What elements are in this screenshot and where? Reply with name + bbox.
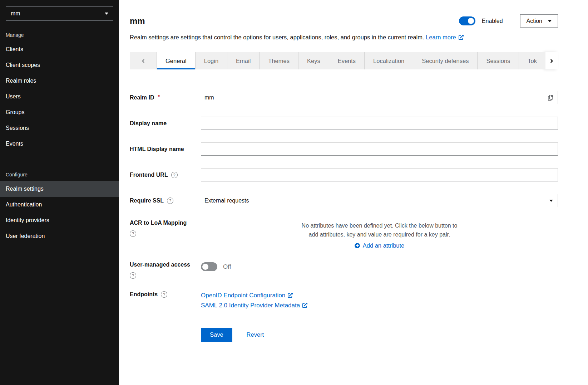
tab-events[interactable]: Events xyxy=(329,52,364,69)
realm-selector-value: mm xyxy=(11,10,20,17)
html-display-name-input[interactable] xyxy=(201,142,558,156)
sidebar-item-identity-providers[interactable]: Identity providers xyxy=(0,213,119,228)
enabled-label: Enabled xyxy=(482,18,503,24)
sidebar-item-sessions[interactable]: Sessions xyxy=(0,120,119,136)
sidebar-item-client-scopes[interactable]: Client scopes xyxy=(0,57,119,73)
sidebar-item-user-federation[interactable]: User federation xyxy=(0,228,119,244)
external-link-icon xyxy=(302,303,307,308)
action-dropdown-button[interactable]: Action xyxy=(520,14,558,28)
help-icon[interactable]: ? xyxy=(130,272,136,279)
sidebar-item-users[interactable]: Users xyxy=(0,89,119,104)
form-row-html-display-name: HTML Display name xyxy=(130,142,558,156)
realm-description: Realm settings are settings that control… xyxy=(130,33,558,42)
form-row-frontend-url: Frontend URL ? xyxy=(130,168,558,181)
save-button[interactable]: Save xyxy=(201,328,232,342)
html-display-name-label-text: HTML Display name xyxy=(130,146,184,152)
form-row-display-name: Display name xyxy=(130,117,558,130)
user-managed-access-control: Off xyxy=(201,262,558,271)
tab-themes[interactable]: Themes xyxy=(259,52,298,69)
acr-to-loa-label-text: ACR to LoA Mapping xyxy=(130,220,190,226)
realm-id-input[interactable] xyxy=(201,91,558,104)
add-attribute-label: Add an attribute xyxy=(363,242,405,249)
frontend-url-label: Frontend URL ? xyxy=(130,172,201,178)
page-header: mm Enabled Action Realm settings are set… xyxy=(119,0,588,69)
realm-enabled-toggle[interactable] xyxy=(459,16,475,25)
realm-id-label-text: Realm ID xyxy=(130,94,154,101)
form-row-realm-id: Realm ID * xyxy=(130,91,558,104)
external-link-icon xyxy=(288,293,293,298)
sidebar: mm ManageClientsClient scopesRealm roles… xyxy=(0,0,119,385)
required-asterisk: * xyxy=(158,94,159,99)
chevron-down-icon xyxy=(549,200,553,202)
sidebar-item-realm-settings[interactable]: Realm settings xyxy=(0,181,119,197)
realm-selector-dropdown[interactable]: mm xyxy=(6,6,113,21)
display-name-label: Display name xyxy=(130,120,201,127)
add-attribute-link[interactable]: Add an attribute xyxy=(201,242,558,249)
external-link-icon xyxy=(459,35,464,40)
form-actions: Save Revert xyxy=(201,328,558,342)
endpoint-link-0[interactable]: OpenID Endpoint Configuration xyxy=(201,292,558,299)
realm-description-text: Realm settings are settings that control… xyxy=(130,34,424,40)
realm-id-input-group xyxy=(201,91,558,104)
tab-keys[interactable]: Keys xyxy=(298,52,329,69)
user-managed-access-label: User-managed access ? xyxy=(130,262,201,279)
endpoints-label: Endpoints ? xyxy=(130,291,201,298)
help-icon[interactable]: ? xyxy=(171,172,178,178)
sidebar-item-events[interactable]: Events xyxy=(0,136,119,152)
tab-security-defenses[interactable]: Security defenses xyxy=(413,52,477,69)
tab-scroll-left-button[interactable] xyxy=(130,52,157,69)
main-content: mm Enabled Action Realm settings are set… xyxy=(119,0,588,385)
copy-icon xyxy=(548,95,553,101)
tab-email[interactable]: Email xyxy=(227,52,259,69)
sidebar-nav: ManageClientsClient scopesRealm rolesUse… xyxy=(0,26,119,244)
help-icon[interactable]: ? xyxy=(130,230,136,237)
toggle-knob xyxy=(202,264,208,270)
endpoints-label-text: Endpoints xyxy=(130,291,158,298)
header-controls: Enabled Action xyxy=(459,14,558,28)
form-row-user-managed-access: User-managed access ? Off xyxy=(130,262,558,279)
tab-scroll-right-button[interactable] xyxy=(545,52,558,69)
user-managed-access-toggle[interactable] xyxy=(201,262,217,271)
display-name-input[interactable] xyxy=(201,117,558,130)
tab-login[interactable]: Login xyxy=(195,52,227,69)
chevron-left-icon xyxy=(141,58,145,64)
display-name-label-text: Display name xyxy=(130,120,167,127)
frontend-url-label-text: Frontend URL xyxy=(130,172,168,178)
tab-general[interactable]: General xyxy=(157,52,195,69)
sidebar-item-groups[interactable]: Groups xyxy=(0,104,119,120)
acr-to-loa-empty-state: No attributes have been defined yet. Cli… xyxy=(201,220,558,249)
sidebar-item-clients[interactable]: Clients xyxy=(0,42,119,57)
form-row-acr-to-loa: ACR to LoA Mapping ? No attributes have … xyxy=(130,220,558,249)
tab-localization[interactable]: Localization xyxy=(364,52,413,69)
nav-section-title: Configure xyxy=(0,165,119,181)
chevron-down-icon xyxy=(548,20,552,22)
frontend-url-input[interactable] xyxy=(201,168,558,181)
endpoint-links: OpenID Endpoint ConfigurationSAML 2.0 Id… xyxy=(201,291,558,309)
learn-more-link[interactable]: Learn more xyxy=(426,34,463,40)
html-display-name-label: HTML Display name xyxy=(130,146,201,152)
acr-to-loa-label: ACR to LoA Mapping ? xyxy=(130,220,201,237)
require-ssl-label-text: Require SSL xyxy=(130,198,164,204)
require-ssl-selected-value: External requests xyxy=(204,198,249,204)
revert-link[interactable]: Revert xyxy=(247,331,264,338)
toggle-knob xyxy=(468,18,474,24)
copy-button[interactable] xyxy=(548,94,554,101)
page-title: mm xyxy=(130,16,145,26)
user-managed-access-state: Off xyxy=(223,263,231,271)
chevron-down-icon xyxy=(105,13,108,15)
require-ssl-select[interactable]: External requests xyxy=(201,194,558,207)
tab-tok[interactable]: Tok xyxy=(519,52,545,69)
help-icon[interactable]: ? xyxy=(167,198,173,204)
chevron-right-icon xyxy=(550,58,554,64)
endpoint-link-1[interactable]: SAML 2.0 Identity Provider Metadata xyxy=(201,302,558,309)
tab-sessions[interactable]: Sessions xyxy=(477,52,519,69)
user-managed-access-label-text: User-managed access xyxy=(130,262,194,268)
tab-bar: GeneralLoginEmailThemesKeysEventsLocaliz… xyxy=(130,52,558,69)
endpoint-link-label: SAML 2.0 Identity Provider Metadata xyxy=(201,302,300,309)
require-ssl-label: Require SSL ? xyxy=(130,198,201,204)
help-icon[interactable]: ? xyxy=(161,291,167,298)
sidebar-item-realm-roles[interactable]: Realm roles xyxy=(0,73,119,89)
nav-section-title: Manage xyxy=(0,26,119,42)
sidebar-item-authentication[interactable]: Authentication xyxy=(0,197,119,213)
tab-list: GeneralLoginEmailThemesKeysEventsLocaliz… xyxy=(157,52,545,69)
